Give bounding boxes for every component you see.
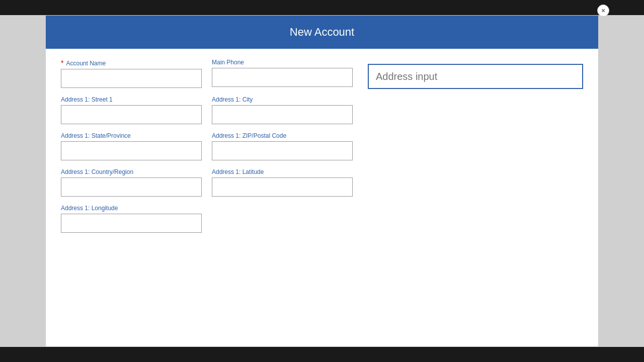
group-state: Address 1: State/Province <box>61 132 202 160</box>
row-street-city: Address 1: Street 1 Address 1: City <box>61 96 353 124</box>
state-input[interactable] <box>61 141 202 160</box>
group-account-name: * Account Name <box>61 59 202 88</box>
bottom-bar <box>0 347 644 362</box>
top-bar <box>0 0 644 15</box>
latitude-label: Address 1: Latitude <box>212 168 353 175</box>
address-input-field[interactable] <box>368 64 583 89</box>
modal-title: New Account <box>290 26 354 38</box>
zip-input[interactable] <box>212 141 353 160</box>
zip-label: Address 1: ZIP/Postal Code <box>212 132 353 139</box>
account-name-label: Account Name <box>66 60 106 67</box>
modal-body: * Account Name Main Phone Address 1: Str… <box>46 49 598 251</box>
close-button[interactable]: × <box>597 5 609 17</box>
country-label: Address 1: Country/Region <box>61 168 202 175</box>
group-longitude: Address 1: Longitude <box>61 205 202 233</box>
row-account-phone: * Account Name Main Phone <box>61 59 353 88</box>
group-main-phone: Main Phone <box>212 59 353 88</box>
main-phone-label: Main Phone <box>212 59 353 66</box>
street1-input[interactable] <box>61 105 202 124</box>
group-country: Address 1: Country/Region <box>61 168 202 197</box>
form-layout: * Account Name Main Phone Address 1: Str… <box>61 59 583 241</box>
row-state-zip: Address 1: State/Province Address 1: ZIP… <box>61 132 353 160</box>
main-phone-input[interactable] <box>212 68 353 87</box>
latitude-input[interactable] <box>212 177 353 197</box>
row-longitude: Address 1: Longitude <box>61 205 353 233</box>
group-street1: Address 1: Street 1 <box>61 96 202 124</box>
required-star: * <box>61 59 63 67</box>
form-right <box>368 59 583 241</box>
longitude-input[interactable] <box>61 214 202 233</box>
form-left: * Account Name Main Phone Address 1: Str… <box>61 59 353 241</box>
longitude-label: Address 1: Longitude <box>61 205 202 212</box>
street1-label: Address 1: Street 1 <box>61 96 202 103</box>
state-label: Address 1: State/Province <box>61 132 202 139</box>
account-name-input[interactable] <box>61 69 202 88</box>
country-input[interactable] <box>61 177 202 197</box>
row-country-lat: Address 1: Country/Region Address 1: Lat… <box>61 168 353 197</box>
group-zip: Address 1: ZIP/Postal Code <box>212 132 353 160</box>
group-city: Address 1: City <box>212 96 353 124</box>
group-latitude: Address 1: Latitude <box>212 168 353 197</box>
city-input[interactable] <box>212 105 353 124</box>
modal-header: New Account × <box>46 16 598 49</box>
modal-wrapper: New Account × * Account Name Main Phone <box>45 15 599 347</box>
city-label: Address 1: City <box>212 96 353 103</box>
